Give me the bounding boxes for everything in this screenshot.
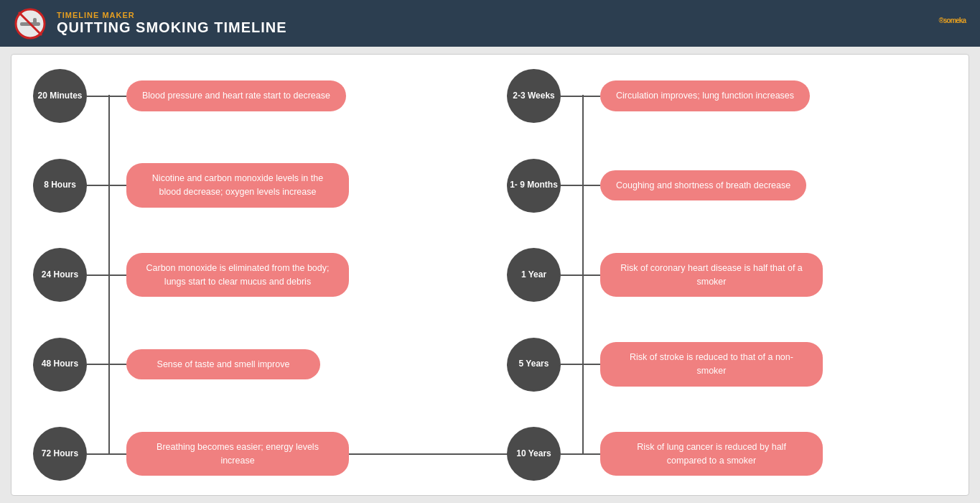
header-left: TIMELINE MAKER QUITTING SMOKING TIMELINE xyxy=(14,8,287,40)
right-item-1: 1- 9 Months Coughing and shortness of br… xyxy=(507,159,947,213)
header-title: QUITTING SMOKING TIMELINE xyxy=(57,19,287,36)
left-hline-3 xyxy=(87,364,126,365)
left-box-1: Nicotine and carbon monoxide levels in t… xyxy=(126,163,349,208)
columns-container: 20 Minutes Blood pressure and heart rate… xyxy=(33,69,947,481)
left-timeline: 20 Minutes Blood pressure and heart rate… xyxy=(33,69,507,481)
right-box-4: Risk of lung cancer is reduced by half c… xyxy=(600,432,823,476)
right-hline-0 xyxy=(561,96,600,97)
left-item-2: 24 Hours Carbon monoxide is eliminated f… xyxy=(33,248,493,302)
right-item-4: 10 Years Risk of lung cancer is reduced … xyxy=(507,427,947,481)
right-circle-1: 1- 9 Months xyxy=(507,159,561,213)
left-item-3: 48 Hours Sense of taste and smell improv… xyxy=(33,338,493,392)
right-box-2: Risk of coronary heart disease is half t… xyxy=(600,253,823,297)
main-content: 20 Minutes Blood pressure and heart rate… xyxy=(11,54,969,496)
right-circle-2: 1 Year xyxy=(507,248,561,302)
left-hline-4 xyxy=(87,453,126,455)
right-item-2: 1 Year Risk of coronary heart disease is… xyxy=(507,248,947,302)
header-text: TIMELINE MAKER QUITTING SMOKING TIMELINE xyxy=(57,11,287,36)
left-box-0: Blood pressure and heart rate start to d… xyxy=(126,80,346,111)
right-box-3: Risk of stroke is reduced to that of a n… xyxy=(600,342,823,387)
left-item-0: 20 Minutes Blood pressure and heart rate… xyxy=(33,69,493,123)
right-timeline: 2-3 Weeks Circulation improves; lung fun… xyxy=(507,69,947,481)
left-item-1: 8 Hours Nicotine and carbon monoxide lev… xyxy=(33,159,493,213)
left-circle-2: 24 Hours xyxy=(33,248,87,302)
right-hline-1 xyxy=(561,185,600,186)
left-box-4: Breathing becomes easier; energy levels … xyxy=(126,432,349,476)
left-item-4: 72 Hours Breathing becomes easier; energ… xyxy=(33,427,493,481)
right-box-1: Coughing and shortness of breath decreas… xyxy=(600,170,806,201)
right-box-0: Circulation improves; lung function incr… xyxy=(600,80,810,111)
left-hline-2 xyxy=(87,274,126,276)
right-hline-4 xyxy=(561,453,600,455)
left-circle-0: 20 Minutes xyxy=(33,69,87,123)
right-circle-0: 2-3 Weeks xyxy=(507,69,561,123)
no-smoking-icon xyxy=(14,8,46,40)
left-box-3: Sense of taste and smell improve xyxy=(126,349,320,380)
left-circle-1: 8 Hours xyxy=(33,159,87,213)
header: TIMELINE MAKER QUITTING SMOKING TIMELINE… xyxy=(0,0,980,47)
right-circle-3: 5 Years xyxy=(507,338,561,392)
left-box-2: Carbon monoxide is eliminated from the b… xyxy=(126,253,349,297)
right-circle-4: 10 Years xyxy=(507,427,561,481)
left-circle-4: 72 Hours xyxy=(33,427,87,481)
left-hline-1 xyxy=(87,185,126,186)
right-item-3: 5 Years Risk of stroke is reduced to tha… xyxy=(507,338,947,392)
header-subtitle: TIMELINE MAKER xyxy=(57,11,287,19)
svg-rect-2 xyxy=(33,18,37,24)
left-hline-0 xyxy=(87,96,126,97)
brand-logo: ®someka xyxy=(938,12,966,35)
right-hline-2 xyxy=(561,274,600,276)
right-item-0: 2-3 Weeks Circulation improves; lung fun… xyxy=(507,69,947,123)
left-circle-3: 48 Hours xyxy=(33,338,87,392)
right-hline-3 xyxy=(561,364,600,365)
